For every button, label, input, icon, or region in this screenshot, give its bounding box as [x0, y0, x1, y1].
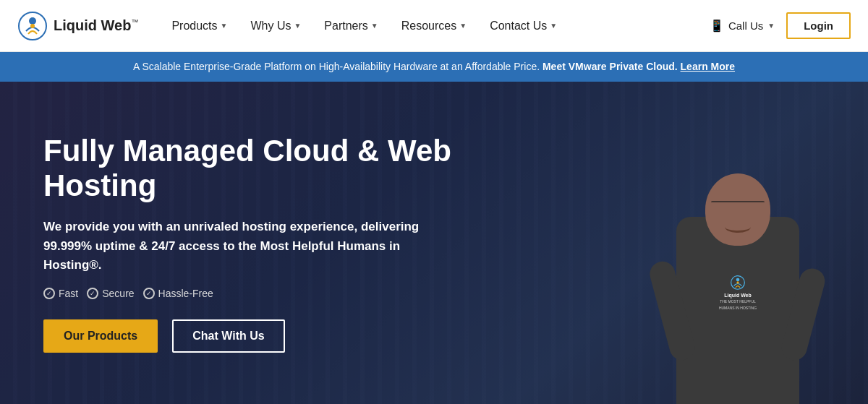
chevron-down-icon: ▼	[221, 22, 228, 30]
logo[interactable]: Liquid Web™	[17, 11, 138, 41]
phone-icon: 📱	[710, 19, 724, 33]
chevron-down-icon: ▼	[371, 22, 378, 30]
svg-point-5	[736, 281, 739, 283]
svg-point-1	[29, 17, 36, 25]
hero-section: Fully Managed Cloud & Web Hosting We pro…	[0, 82, 868, 404]
chevron-down-icon: ▼	[550, 22, 557, 30]
check-icon: ✓	[87, 288, 98, 299]
logo-icon	[17, 11, 48, 41]
badge-fast: ✓ Fast	[43, 288, 78, 299]
shirt-logo: Liquid WebTHE MOST HELPFUL HUMANS IN HOS…	[716, 275, 760, 311]
announcement-link[interactable]: Learn More	[681, 61, 735, 72]
badge-hassle-free: ✓ Hassle-Free	[143, 288, 213, 299]
glasses	[711, 201, 765, 214]
hero-content: Fully Managed Cloud & Web Hosting We pro…	[0, 134, 506, 353]
nav-links: Products ▼ Why Us ▼ Partners ▼ Resources…	[161, 14, 710, 38]
check-icon: ✓	[43, 288, 55, 299]
hero-title: Fully Managed Cloud & Web Hosting	[43, 134, 463, 204]
nav-item-products[interactable]: Products ▼	[161, 14, 237, 38]
head	[705, 173, 770, 246]
badge-secure: ✓ Secure	[87, 288, 134, 299]
announcement-bar: A Scalable Enterprise-Grade Platform on …	[0, 52, 868, 82]
our-products-button[interactable]: Our Products	[43, 319, 158, 353]
chevron-down-icon: ▼	[767, 22, 775, 30]
hero-buttons: Our Products Chat With Us	[43, 319, 463, 353]
shirt-logo-icon	[728, 275, 748, 291]
svg-point-2	[30, 24, 35, 28]
nav-item-why-us[interactable]: Why Us ▼	[240, 14, 311, 38]
shirt-logo-text: Liquid WebTHE MOST HELPFUL HUMANS IN HOS…	[716, 293, 760, 311]
hero-person-image: Liquid WebTHE MOST HELPFUL HUMANS IN HOS…	[637, 130, 825, 404]
brand-name: Liquid Web™	[54, 17, 138, 34]
call-us-button[interactable]: 📱 Call Us ▼	[710, 19, 775, 33]
login-button[interactable]: Login	[786, 12, 851, 39]
svg-point-4	[736, 278, 740, 282]
chevron-down-icon: ▼	[459, 22, 467, 30]
hero-subtitle: We provide you with an unrivaled hosting…	[43, 218, 448, 275]
announcement-text: A Scalable Enterprise-Grade Platform on …	[133, 61, 540, 72]
smile	[725, 221, 751, 233]
nav-right: 📱 Call Us ▼ Login	[710, 12, 851, 39]
person-body: Liquid WebTHE MOST HELPFUL HUMANS IN HOS…	[651, 145, 825, 404]
navbar: Liquid Web™ Products ▼ Why Us ▼ Partners…	[0, 0, 868, 52]
nav-item-resources[interactable]: Resources ▼	[391, 14, 477, 38]
chevron-down-icon: ▼	[294, 22, 301, 30]
hero-badges: ✓ Fast ✓ Secure ✓ Hassle-Free	[43, 288, 463, 299]
announcement-highlight: Meet VMware Private Cloud.	[542, 61, 678, 72]
check-icon: ✓	[143, 288, 155, 299]
nav-item-partners[interactable]: Partners ▼	[314, 14, 388, 38]
chat-with-us-button[interactable]: Chat With Us	[172, 319, 284, 353]
nav-item-contact-us[interactable]: Contact Us ▼	[480, 14, 567, 38]
